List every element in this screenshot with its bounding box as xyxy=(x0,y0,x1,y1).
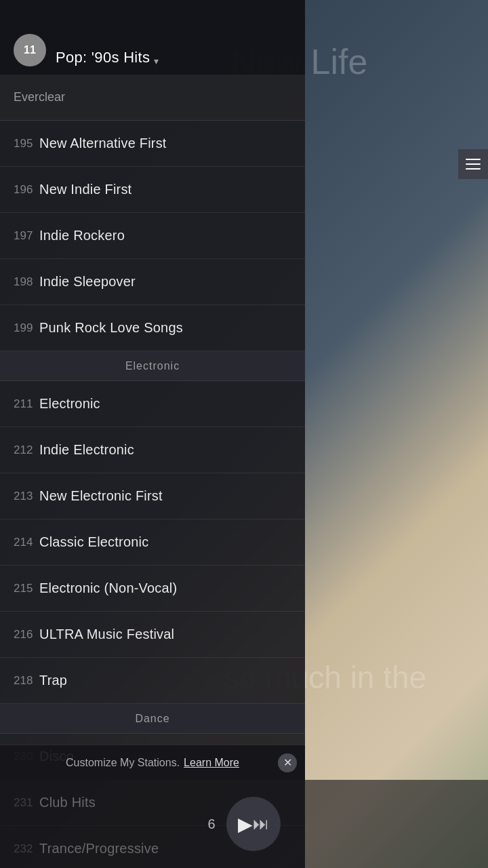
section-header-electronic: Electronic xyxy=(0,351,305,381)
customize-text: Customize My Stations. xyxy=(66,757,180,769)
item-num: 213 xyxy=(14,490,39,503)
play-skip-button[interactable]: ▶ ⏭ xyxy=(226,797,281,851)
menu-line-3 xyxy=(466,168,481,170)
item-name: New Alternative First xyxy=(39,136,167,151)
menu-line-2 xyxy=(466,163,481,165)
list-item[interactable]: 218 Trap xyxy=(0,658,305,704)
item-num: 198 xyxy=(14,275,39,289)
play-btn-area: 6 ▶ ⏭ xyxy=(207,797,280,851)
item-name: New Electronic First xyxy=(39,488,163,504)
list-item[interactable]: 215 Electronic (Non-Vocal) xyxy=(0,566,305,612)
header-arrow: ▾ xyxy=(154,56,159,66)
item-num: 199 xyxy=(14,321,39,335)
item-name: Trap xyxy=(39,673,67,688)
item-name: Indie Electronic xyxy=(39,442,134,458)
item-name: Electronic (Non-Vocal) xyxy=(39,580,177,596)
item-num: 195 xyxy=(14,137,39,151)
menu-line-1 xyxy=(466,159,481,160)
customize-banner: Customize My Stations. Learn More ✕ xyxy=(0,745,305,780)
list-item[interactable]: 211 Electronic xyxy=(0,381,305,427)
list-item[interactable]: 198 Indie Sleepover xyxy=(0,259,305,305)
track-count: 6 xyxy=(207,816,215,832)
item-name: Electronic xyxy=(39,396,100,412)
item-name: Classic Electronic xyxy=(39,534,148,550)
item-name: New Indie First xyxy=(39,182,131,197)
header: 11 Pop: '90s Hits ▾ xyxy=(0,0,305,75)
list-item[interactable]: 212 Indie Electronic xyxy=(0,427,305,473)
menu-icon[interactable] xyxy=(458,149,488,179)
close-button[interactable]: ✕ xyxy=(278,753,297,772)
section-label: Dance xyxy=(135,713,169,725)
list-item[interactable]: 195 New Alternative First xyxy=(0,121,305,167)
list-item[interactable]: 197 Indie Rockero xyxy=(0,213,305,259)
section-label: Electronic xyxy=(125,360,180,372)
section-header-dance: Dance xyxy=(0,704,305,734)
item-num: 215 xyxy=(14,582,39,595)
list-item[interactable]: 216 ULTRA Music Festival xyxy=(0,612,305,658)
artist-name: Everclear xyxy=(14,90,65,104)
learn-more-link[interactable]: Learn More xyxy=(184,757,239,769)
item-name: ULTRA Music Festival xyxy=(39,627,174,642)
badge-number: 11 xyxy=(24,44,36,56)
item-num: 196 xyxy=(14,183,39,197)
item-num: 218 xyxy=(14,674,39,688)
partial-top-item[interactable]: Everclear xyxy=(0,75,305,121)
item-num: 212 xyxy=(14,443,39,457)
header-title: Pop: '90s Hits xyxy=(56,49,150,66)
item-num: 197 xyxy=(14,229,39,243)
list-item[interactable]: 199 Punk Rock Love Songs xyxy=(0,305,305,351)
skip-icon: ⏭ xyxy=(253,814,269,833)
item-num: 214 xyxy=(14,536,39,549)
item-num: 216 xyxy=(14,628,39,642)
item-name: Punk Rock Love Songs xyxy=(39,320,183,336)
item-name: Indie Rockero xyxy=(39,228,125,243)
item-num: 211 xyxy=(14,397,39,411)
play-controls: 6 ▶ ⏭ xyxy=(0,780,488,868)
list-panel: 11 Pop: '90s Hits ▾ Everclear 195 New Al… xyxy=(0,0,305,868)
item-name: Indie Sleepover xyxy=(39,274,136,290)
list-item[interactable]: 214 Classic Electronic xyxy=(0,519,305,566)
station-badge: 11 xyxy=(14,34,46,66)
list-item[interactable]: 213 New Electronic First xyxy=(0,473,305,519)
play-icon: ▶ xyxy=(238,813,253,835)
list-item[interactable]: 196 New Indie First xyxy=(0,167,305,213)
